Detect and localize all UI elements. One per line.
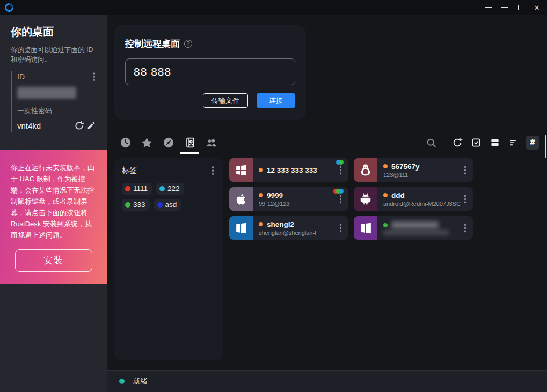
peer-card[interactable]: 567567y 123@111 [354,158,473,182]
peers-grid: 12 333 333 333 [229,158,540,360]
install-button[interactable]: 安装 [15,249,92,272]
search-button[interactable] [424,136,438,150]
refresh-password-button[interactable] [73,120,85,132]
peer-card[interactable]: 9999 99`12@123 [229,187,348,211]
clock-icon [120,137,132,149]
sidebar-title: 你的桌面 [11,25,97,39]
sort-button[interactable] [507,136,521,150]
card-view-button[interactable] [488,136,502,150]
tab-discovered[interactable] [162,137,174,149]
peer-subtitle-redacted [383,230,449,235]
online-status-dot [259,168,263,172]
online-status-dot [259,193,263,197]
password-label: 一次性密码 [17,106,97,116]
tab-recent-sessions[interactable] [119,137,132,149]
windows-logo-icon [354,216,377,240]
id-menu-button[interactable] [92,71,97,83]
hamburger-icon [485,5,492,11]
peer-menu-button[interactable] [338,193,344,205]
remote-id-value: 88 888 [134,65,171,78]
rustdesk-window: ✕ 你的桌面 你的桌面可以通过下面的 ID 和密码访问。 ID 一次性密码 vn… [0,0,547,392]
address-book-icon [184,137,196,149]
tags-title: 标签 [122,166,137,175]
id-label: ID [17,72,25,81]
apple-logo-icon [229,187,253,211]
online-status-dot [259,222,263,226]
tab-favorites[interactable] [141,137,153,149]
peer-menu-button[interactable] [463,164,468,176]
remote-control-title: 控制远程桌面 [125,38,180,50]
install-warning-banner: 你正在运行未安装版本，由于 UAC 限制，作为被控端，会在某些情况下无法控制鼠标… [0,150,107,284]
tab-group[interactable] [205,137,217,149]
peer-menu-button[interactable] [338,164,344,176]
remote-control-card: 控制远程桌面 ? 88 888 传输文件 连接 [114,25,306,120]
connect-button[interactable]: 连接 [257,93,295,108]
online-status-dot [383,223,388,227]
rustdesk-logo-icon [3,2,16,14]
linux-tux-icon [354,158,377,182]
connection-status-dot [119,379,125,384]
minimize-button[interactable] [497,0,513,15]
peer-card[interactable]: shengl2 shenglan@shenglan-l [229,216,348,240]
select-peers-button[interactable] [469,136,483,150]
peer-menu-button[interactable] [463,222,468,234]
refresh-icon [452,137,463,148]
sort-icon [508,137,519,148]
online-status-dot [383,164,388,168]
transfer-file-button[interactable]: 传输文件 [203,93,248,108]
tag-chip[interactable]: asd [154,199,181,211]
refresh-peers-button[interactable] [450,136,464,150]
grid-view-icon: # [530,138,535,147]
close-button[interactable]: ✕ [529,0,545,15]
windows-logo-icon [229,158,253,182]
tag-chip[interactable]: 333 [122,199,150,211]
menu-button[interactable] [480,0,497,15]
tag-color-dot [159,186,165,191]
remote-id-input[interactable]: 88 888 [125,58,295,85]
tags-panel: 标签 1111 222 3 [114,158,223,360]
minimize-icon [501,7,508,8]
grid-view-button[interactable]: # [526,136,539,150]
scrollbar-thumb[interactable] [545,135,546,158]
close-icon: ✕ [534,4,540,11]
tags-menu-button[interactable] [210,165,216,176]
online-status-dot [383,193,388,197]
peer-name-redacted [391,221,439,229]
one-time-password: vnt4kd [17,121,73,130]
main-area: 控制远程桌面 ? 88 888 传输文件 连接 [107,15,547,392]
peer-card[interactable] [354,216,473,240]
tag-chip[interactable]: 222 [156,183,184,195]
tag-chip[interactable]: 1111 [122,183,152,195]
pencil-icon [86,121,96,130]
status-bar: 就绪 [107,370,547,392]
group-icon [205,136,217,149]
peer-tabbar: # [119,134,539,152]
install-warning-text: 你正在运行未安装版本，由于 UAC 限制，作为被控端，会在某些情况下无法控制鼠标… [11,162,97,241]
local-id-redacted [17,87,76,99]
search-icon [426,137,437,149]
sidebar-subtitle: 你的桌面可以通过下面的 ID 和密码访问。 [11,46,97,64]
tab-address-book[interactable] [184,137,196,149]
help-icon[interactable]: ? [184,40,192,48]
edit-password-button[interactable] [85,120,97,132]
checkbox-icon [471,137,482,148]
tag-color-dot [125,186,130,191]
sidebar: 你的桌面 你的桌面可以通过下面的 ID 和密码访问。 ID 一次性密码 vnt4… [0,15,107,392]
windows-logo-icon [229,216,253,240]
refresh-icon [74,121,84,131]
android-robot-icon [354,187,377,211]
peer-menu-button[interactable] [338,222,344,234]
maximize-icon [518,5,523,10]
star-icon [141,137,153,149]
card-view-icon [490,137,500,148]
peer-card[interactable]: 12 333 333 333 [229,158,348,182]
tag-color-dot [125,202,130,208]
peer-card[interactable]: ddd android@Redmi-M2007J3SC [354,187,473,211]
peer-menu-button[interactable] [463,193,468,205]
address-book-panel: 标签 1111 222 3 [114,158,540,360]
connection-status-text: 就绪 [133,376,148,386]
tag-color-dot [157,202,163,208]
maximize-button[interactable] [513,0,529,15]
local-id-block: ID 一次性密码 vnt4kd [11,71,97,132]
titlebar: ✕ [0,0,547,15]
